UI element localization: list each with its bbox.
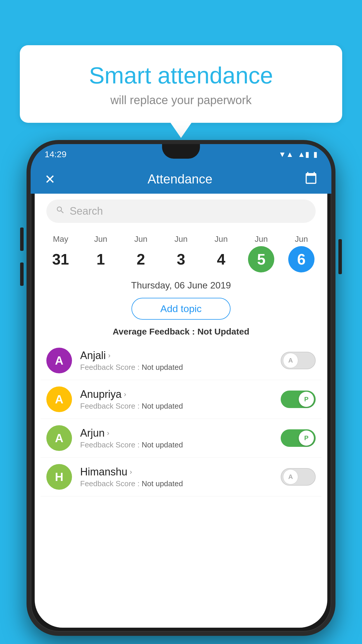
- calendar-day-1[interactable]: Jun1: [83, 235, 118, 272]
- volume-down-button: [20, 262, 24, 286]
- student-name-0: Anjali ›: [80, 349, 281, 362]
- signal-icon: ▲▮: [298, 150, 309, 159]
- search-input[interactable]: Search: [46, 200, 316, 223]
- toggle-knob-3: A: [283, 469, 298, 484]
- attendance-toggle-3[interactable]: A: [281, 468, 316, 486]
- cal-month-label: May: [53, 235, 68, 244]
- calendar-day-3[interactable]: Jun3: [164, 235, 198, 272]
- avg-feedback: Average Feedback : Not Updated: [35, 324, 327, 341]
- cal-date-label: 5: [248, 246, 274, 272]
- calendar-strip: May31Jun1Jun2Jun3Jun4Jun5Jun6: [35, 229, 327, 275]
- cal-date-label: 4: [208, 246, 234, 272]
- calendar-day-6[interactable]: Jun6: [284, 235, 319, 272]
- speech-bubble: Smart attendance will replace your paper…: [20, 45, 342, 123]
- student-name-1: Anupriya ›: [80, 388, 281, 400]
- search-icon: [56, 205, 65, 217]
- bubble-subtitle: will replace your paperwork: [43, 94, 319, 107]
- search-bar-container: Search: [35, 194, 327, 229]
- cal-date-label: 1: [88, 246, 114, 272]
- cal-month-label: Jun: [174, 235, 187, 244]
- student-avatar-1: A: [46, 386, 72, 412]
- student-item-1[interactable]: AAnupriya ›Feedback Score : Not updatedP: [41, 380, 321, 419]
- battery-icon: ▮: [313, 150, 317, 159]
- cal-date-label: 3: [168, 246, 194, 272]
- student-item-2[interactable]: AArjun ›Feedback Score : Not updatedP: [41, 419, 321, 458]
- student-feedback-0: Feedback Score : Not updated: [80, 363, 281, 372]
- student-feedback-2: Feedback Score : Not updated: [80, 440, 281, 449]
- student-info-0: Anjali ›Feedback Score : Not updated: [72, 349, 281, 372]
- student-info-1: Anupriya ›Feedback Score : Not updated: [72, 388, 281, 411]
- wifi-icon: ▼▲: [279, 150, 294, 159]
- student-item-0[interactable]: AAnjali ›Feedback Score : Not updatedA: [41, 341, 321, 380]
- student-avatar-3: H: [46, 464, 72, 490]
- bubble-title: Smart attendance: [43, 63, 319, 88]
- app-header: ✕ Attendance: [31, 164, 331, 194]
- chevron-icon: ›: [107, 429, 109, 437]
- selected-date-label: Thursday, 06 June 2019: [35, 275, 327, 293]
- cal-month-label: Jun: [94, 235, 107, 244]
- avg-feedback-value: Not Updated: [197, 327, 249, 336]
- search-placeholder: Search: [70, 205, 103, 217]
- chevron-icon: ›: [124, 390, 126, 398]
- power-button: [338, 239, 342, 274]
- student-avatar-0: A: [46, 348, 72, 373]
- phone-notch: [162, 144, 200, 159]
- avg-feedback-label: Average Feedback :: [113, 327, 195, 336]
- student-info-3: Himanshu ›Feedback Score : Not updated: [72, 466, 281, 488]
- status-time: 14:29: [45, 149, 66, 159]
- calendar-day-0[interactable]: May31: [43, 235, 78, 272]
- cal-date-label: 6: [288, 246, 314, 272]
- chevron-icon: ›: [130, 468, 132, 476]
- cal-month-label: Jun: [134, 235, 147, 244]
- student-item-3[interactable]: HHimanshu ›Feedback Score : Not updatedA: [41, 458, 321, 496]
- cal-month-label: Jun: [295, 235, 308, 244]
- volume-up-button: [20, 228, 24, 251]
- cal-date-label: 2: [128, 246, 154, 272]
- header-title: Attendance: [147, 172, 212, 186]
- calendar-day-5[interactable]: Jun5: [244, 235, 279, 272]
- student-avatar-2: A: [46, 425, 72, 451]
- phone-screen: Search May31Jun1Jun2Jun3Jun4Jun5Jun6 Thu…: [35, 194, 327, 628]
- speech-bubble-section: Smart attendance will replace your paper…: [20, 45, 342, 123]
- student-feedback-3: Feedback Score : Not updated: [80, 479, 281, 488]
- cal-month-label: Jun: [255, 235, 268, 244]
- phone-device: 14:29 ▼▲ ▲▮ ▮ ✕ Attendance: [27, 140, 335, 636]
- calendar-day-4[interactable]: Jun4: [204, 235, 239, 272]
- toggle-knob-0: A: [283, 353, 298, 368]
- attendance-toggle-0[interactable]: A: [281, 352, 316, 369]
- toggle-knob-1: P: [299, 392, 314, 407]
- student-feedback-1: Feedback Score : Not updated: [80, 402, 281, 411]
- calendar-day-2[interactable]: Jun2: [123, 235, 158, 272]
- student-name-3: Himanshu ›: [80, 466, 281, 478]
- students-list: AAnjali ›Feedback Score : Not updatedAAA…: [35, 341, 327, 496]
- student-info-2: Arjun ›Feedback Score : Not updated: [72, 427, 281, 449]
- attendance-toggle-2[interactable]: P: [281, 429, 316, 447]
- student-name-2: Arjun ›: [80, 427, 281, 439]
- phone-body: 14:29 ▼▲ ▲▮ ▮ ✕ Attendance: [27, 140, 335, 636]
- toggle-knob-2: P: [299, 430, 314, 446]
- add-topic-button[interactable]: Add topic: [131, 298, 231, 320]
- status-icons: ▼▲ ▲▮ ▮: [279, 150, 317, 159]
- chevron-icon: ›: [108, 351, 110, 360]
- cal-month-label: Jun: [215, 235, 228, 244]
- attendance-toggle-1[interactable]: P: [281, 391, 316, 408]
- calendar-icon[interactable]: [305, 172, 317, 187]
- close-button[interactable]: ✕: [45, 172, 55, 187]
- cal-date-label: 31: [48, 246, 74, 272]
